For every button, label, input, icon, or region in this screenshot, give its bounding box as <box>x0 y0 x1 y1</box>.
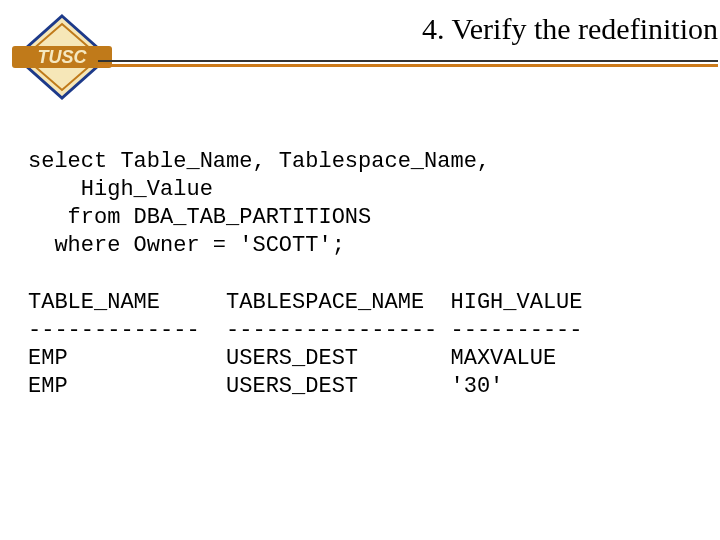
slide-body: select Table_Name, Tablespace_Name, High… <box>28 148 700 401</box>
col-header: HIGH_VALUE <box>451 290 583 315</box>
col-divider: ------------- <box>28 318 200 343</box>
cell: '30' <box>451 374 504 399</box>
slide: TUSC 4. Verify the redefinition select T… <box>0 0 720 540</box>
cell: EMP <box>28 374 68 399</box>
sql-line: where Owner = 'SCOTT'; <box>28 233 345 258</box>
col-divider: ---------------- <box>226 318 437 343</box>
col-header: TABLE_NAME <box>28 290 160 315</box>
sql-line: select Table_Name, Tablespace_Name, <box>28 149 490 174</box>
cell: MAXVALUE <box>451 346 557 371</box>
cell: USERS_DEST <box>226 346 358 371</box>
sql-line: from DBA_TAB_PARTITIONS <box>28 205 371 230</box>
sql-line: High_Value <box>28 177 213 202</box>
col-header: TABLESPACE_NAME <box>226 290 424 315</box>
col-divider: ---------- <box>450 318 582 343</box>
logo-text: TUSC <box>38 47 88 67</box>
cell: USERS_DEST <box>226 374 358 399</box>
cell: EMP <box>28 346 68 371</box>
slide-title: 4. Verify the redefinition <box>0 12 720 46</box>
title-rule <box>98 60 718 67</box>
